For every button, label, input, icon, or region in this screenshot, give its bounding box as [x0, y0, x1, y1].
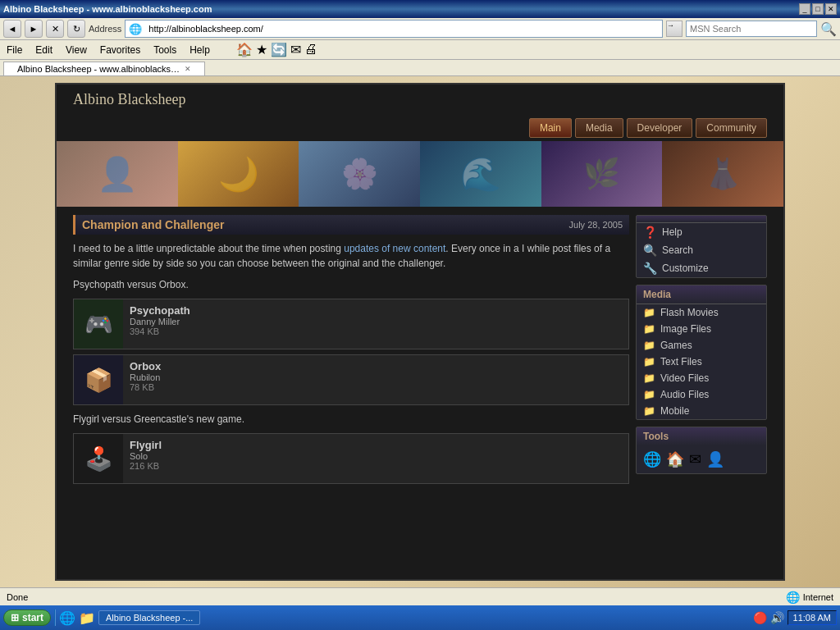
sidebar-games-label: Games [660, 340, 692, 351]
zone-label: Internet [803, 592, 833, 602]
media-item-flygirl[interactable]: 🕹️ Flygirl Solo 216 KB [73, 433, 629, 484]
banner: 👤 🌙 🌸 🌊 🌿 👗 [57, 141, 783, 207]
browser-tab[interactable]: Albino Blacksheep - www.albinoblacksheep… [3, 62, 205, 75]
sidebar-tools-header [637, 216, 766, 223]
address-bar: Address 🌐 → [89, 20, 682, 38]
sidebar: ❓ Help 🔍 Search 🔧 Customize [636, 215, 767, 571]
back-button[interactable]: ◄ [3, 20, 21, 38]
mail-icon[interactable]: ✉ [290, 42, 301, 57]
sidebar-flash-movies[interactable]: 📁 Flash Movies [637, 304, 766, 321]
media-info-psychopath: Psychopath Danny Miller 394 KB [123, 299, 197, 349]
sidebar-audio-files[interactable]: 📁 Audio Files [637, 386, 766, 403]
tab-close-button[interactable]: ✕ [185, 65, 191, 73]
taskbar-items: Albino Blacksheep -... [98, 610, 750, 625]
nav-community[interactable]: Community [696, 118, 767, 138]
tool-home-icon[interactable]: 🏠 [666, 450, 684, 468]
forward-button[interactable]: ► [25, 20, 43, 38]
sidebar-search-label: Search [662, 244, 693, 256]
banner-section-5: 🌿 [541, 141, 663, 207]
media-info-flygirl: Flygirl Solo 216 KB [123, 434, 168, 483]
address-label: Address [89, 24, 121, 34]
sidebar-mobile-label: Mobile [660, 405, 689, 417]
view-menu[interactable]: View [62, 43, 90, 57]
refresh-button[interactable]: ↻ [67, 20, 85, 38]
sidebar-mobile[interactable]: 📁 Mobile [637, 403, 766, 419]
close-button[interactable]: ✕ [825, 3, 837, 15]
status-text: Done [7, 592, 28, 602]
search-input[interactable] [686, 21, 817, 37]
menu-bar: File Edit View Favorites Tools Help 🏠 ★ … [0, 40, 840, 60]
edit-menu[interactable]: Edit [32, 43, 56, 57]
article-link[interactable]: updates of new content [344, 243, 445, 254]
media-thumb-psychopath: 🎮 [74, 299, 123, 349]
system-tray: 🔴 🔊 11:08 AM [753, 610, 837, 625]
nav-main[interactable]: Main [529, 118, 572, 138]
start-button[interactable]: ⊞ start [3, 609, 51, 626]
taskbar-divider [54, 609, 56, 626]
sidebar-media-box: Media 📁 Flash Movies 📁 Image Files 📁 Gam… [636, 285, 767, 420]
media-name-orbox[interactable]: Orbox [130, 360, 161, 372]
sidebar-search[interactable]: 🔍 Search [637, 241, 766, 259]
tool-user-icon[interactable]: 👤 [706, 450, 724, 468]
tray-icon-2[interactable]: 🔊 [770, 611, 784, 624]
sidebar-bottom-header: Tools [637, 427, 766, 445]
folder-icon-6: 📁 [643, 389, 655, 400]
stop-button[interactable]: ✕ [46, 20, 64, 38]
website-window: Albino Blacksheep Main Media Developer C… [55, 83, 785, 581]
media-name-flygirl[interactable]: Flygirl [130, 439, 162, 451]
sidebar-video-files[interactable]: 📁 Video Files [637, 370, 766, 386]
file-menu[interactable]: File [3, 43, 25, 57]
favorites-icon[interactable]: ★ [256, 42, 267, 57]
tool-mail-icon[interactable]: ✉ [689, 450, 701, 468]
article-title: Champion and Challenger [82, 218, 224, 231]
print-icon[interactable]: 🖨 [304, 42, 317, 57]
windows-logo: ⊞ [11, 612, 19, 623]
tool-globe-icon[interactable]: 🌐 [643, 450, 661, 468]
favorites-menu[interactable]: Favorites [97, 43, 144, 57]
sidebar-text-files[interactable]: 📁 Text Files [637, 354, 766, 370]
banner-section-2: 🌙 [178, 141, 299, 207]
browser-frame: Albino Blacksheep - www.albinoblacksheep… [0, 0, 840, 630]
maximize-button[interactable]: □ [812, 3, 824, 15]
nav-media[interactable]: Media [575, 118, 623, 138]
tools-menu[interactable]: Tools [150, 43, 180, 57]
media-size-orbox: 78 KB [130, 382, 161, 392]
article-body: I need to be a little unpredictable abou… [73, 241, 629, 292]
sidebar-bottom-tools: Tools 🌐 🏠 ✉ 👤 [636, 427, 767, 474]
nav-developer[interactable]: Developer [627, 118, 693, 138]
media-author-flygirl: Solo [130, 451, 162, 461]
taskbar-item-0[interactable]: Albino Blacksheep -... [98, 610, 200, 625]
media-info-orbox: Orbox Rubilon 78 KB [123, 355, 167, 404]
sidebar-customize-label: Customize [662, 262, 709, 274]
media-author-orbox: Rubilon [130, 372, 161, 382]
taskbar-ie-icon[interactable]: 🌐 [59, 610, 75, 626]
nav-toolbar: ◄ ► ✕ ↻ Address 🌐 → 🔍 [0, 18, 840, 40]
media-item-orbox[interactable]: 📦 Orbox Rubilon 78 KB [73, 354, 629, 405]
home-icon[interactable]: 🏠 [236, 42, 253, 57]
go-button[interactable]: → [666, 21, 682, 37]
media-item-psychopath[interactable]: 🎮 Psychopath Danny Miller 394 KB [73, 299, 629, 349]
sidebar-tools-box: ❓ Help 🔍 Search 🔧 Customize [636, 215, 767, 278]
search-icon[interactable]: 🔍 [820, 21, 837, 37]
sidebar-video-label: Video Files [660, 372, 709, 384]
media-author: Danny Miller [130, 317, 190, 326]
sidebar-games[interactable]: 📁 Games [637, 337, 766, 354]
sidebar-help[interactable]: ❓ Help [637, 223, 766, 241]
window-controls: _ □ ✕ [799, 3, 837, 15]
banner-section-3: 🌸 [299, 141, 420, 207]
minimize-button[interactable]: _ [799, 3, 810, 15]
sidebar-text-label: Text Files [660, 356, 702, 368]
sidebar-image-files[interactable]: 📁 Image Files [637, 321, 766, 337]
tray-icon-1[interactable]: 🔴 [753, 611, 767, 624]
sidebar-customize[interactable]: 🔧 Customize [637, 259, 766, 277]
help-menu[interactable]: Help [186, 43, 213, 57]
sidebar-help-label: Help [662, 226, 682, 238]
article-area: Champion and Challenger July 28, 2005 I … [73, 215, 629, 571]
history-icon[interactable]: 🔄 [271, 42, 287, 57]
window-title: Albino Blacksheep - www.albinoblacksheep… [3, 4, 212, 14]
media-name[interactable]: Psychopath [130, 304, 190, 317]
taskbar-folder-icon[interactable]: 📁 [79, 610, 95, 626]
tab-label: Albino Blacksheep - www.albinoblacksheep… [17, 64, 181, 74]
address-input[interactable] [145, 21, 662, 37]
status-bar: Done 🌐 Internet [0, 587, 840, 605]
